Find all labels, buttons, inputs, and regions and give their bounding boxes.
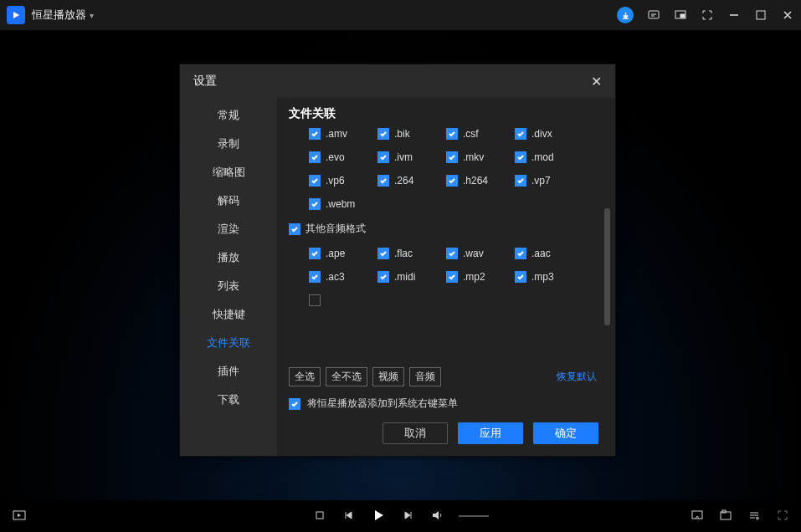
ext-label: .bik [394,128,410,140]
ext-label: .mkv [463,151,484,163]
ok-button[interactable]: 确定 [533,422,598,444]
dialog-body: 常规 录制 缩略图 解码 渲染 播放 列表 快捷键 文件关联 插件 下载 文件关… [180,98,615,456]
checkbox[interactable] [446,271,458,283]
titlebar: 恒星播放器 ▾ [0,0,801,30]
open-file-icon[interactable] [12,508,27,525]
snapshot-icon[interactable] [719,509,732,524]
sidebar-item-thumbnail[interactable]: 缩略图 [180,158,277,187]
pane-title: 文件关联 [277,98,615,128]
assoc-row [289,294,598,306]
feedback-icon[interactable] [647,8,660,22]
checkbox[interactable] [289,398,300,410]
scrollbar-track[interactable] [603,128,610,327]
close-icon[interactable] [781,8,794,22]
checkbox[interactable] [515,128,526,140]
cast-icon[interactable] [691,509,704,524]
ext-label: .h264 [463,175,488,187]
checkbox[interactable] [289,223,300,235]
checkbox[interactable] [309,248,321,259]
filter-audio-button[interactable]: 音频 [409,367,441,386]
svg-rect-5 [316,512,323,519]
ext-label: .vp6 [326,175,345,187]
dialog-close-icon[interactable]: ✕ [591,74,602,90]
playlist-icon[interactable] [747,509,761,524]
assoc-scroll: .amv .bik .csf .divx .evo .ivm .mkv .mod… [289,128,610,362]
sidebar-item-plugin[interactable]: 插件 [180,357,277,386]
fullscreen-icon[interactable] [776,509,789,524]
apply-button[interactable]: 应用 [458,422,523,444]
context-menu-row: 将恒星播放器添加到系统右键菜单 [277,396,615,422]
checkbox[interactable] [309,175,321,187]
checkbox[interactable] [309,271,321,283]
assoc-row: .webm [289,198,598,210]
compact-icon[interactable] [701,8,714,22]
ext-label: .evo [326,151,345,163]
pip-icon[interactable] [674,8,687,22]
stop-icon[interactable] [313,509,326,524]
context-menu-label: 将恒星播放器添加到系统右键菜单 [307,396,458,411]
checkbox[interactable] [309,198,321,210]
sidebar-item-shortcut[interactable]: 快捷键 [180,300,277,329]
filter-video-button[interactable]: 视频 [372,367,404,386]
sidebar-item-playback[interactable]: 播放 [180,243,277,272]
assoc-row: .ac3 .midi .mp2 .mp3 [289,271,598,283]
checkbox[interactable] [309,294,321,306]
checkbox[interactable] [377,175,389,187]
sidebar-item-render[interactable]: 渲染 [180,215,277,243]
settings-dialog: 设置 ✕ 常规 录制 缩略图 解码 渲染 播放 列表 快捷键 文件关联 插件 下… [179,64,616,457]
sidebar-item-list[interactable]: 列表 [180,272,277,300]
checkbox[interactable] [446,248,458,259]
settings-pane: 文件关联 .amv .bik .csf .divx .evo .ivm .mkv… [277,98,615,456]
download-icon [621,11,630,20]
assoc-row: .vp6 .264 .h264 .vp7 [289,175,598,187]
ext-label: .ape [326,248,345,259]
checkbox[interactable] [377,128,389,140]
sidebar-item-record[interactable]: 录制 [180,130,277,158]
checkbox[interactable] [515,248,526,259]
filter-all-button[interactable]: 全选 [289,367,321,386]
checkbox[interactable] [377,248,389,259]
maximize-icon[interactable] [754,8,768,22]
volume-icon[interactable] [430,509,444,524]
ext-label: .mod [531,151,554,163]
checkbox[interactable] [446,151,458,163]
prev-icon[interactable] [341,509,355,524]
volume-slider[interactable] [459,515,489,517]
scrollbar-thumb[interactable] [604,208,610,325]
checkbox[interactable] [446,175,458,187]
filter-none-button[interactable]: 全不选 [326,367,367,386]
ext-label: .csf [463,128,479,140]
assoc-row: .ape .flac .wav .aac [289,248,598,259]
cancel-button[interactable]: 取消 [383,422,448,444]
checkbox[interactable] [377,151,389,163]
app-menu-chevron-icon[interactable]: ▾ [90,11,94,20]
ext-label: .vp7 [531,175,551,187]
ext-label: .wav [463,248,484,259]
checkbox[interactable] [377,271,389,283]
sidebar-item-general[interactable]: 常规 [180,101,277,130]
checkbox[interactable] [309,151,321,163]
restore-default-link[interactable]: 恢复默认 [557,370,597,384]
sidebar-item-download[interactable]: 下载 [180,386,277,414]
settings-sidebar: 常规 录制 缩略图 解码 渲染 播放 列表 快捷键 文件关联 插件 下载 [180,98,277,456]
ext-label: .ivm [394,151,413,163]
app-logo [7,6,25,24]
sidebar-item-file-assoc[interactable]: 文件关联 [180,329,277,357]
download-badge[interactable] [617,7,634,23]
checkbox[interactable] [515,175,526,187]
assoc-row: .amv .bik .csf .divx [289,128,598,140]
svg-rect-3 [757,11,765,19]
ext-label: .ac3 [326,271,345,283]
next-icon[interactable] [402,509,415,524]
dialog-title: 设置 [193,74,217,89]
sidebar-item-decode[interactable]: 解码 [180,187,277,215]
svg-rect-2 [680,14,685,18]
filter-row: 全选 全不选 视频 音频 恢复默认 [277,362,615,396]
play-icon[interactable] [370,507,387,526]
checkbox[interactable] [515,151,526,163]
checkbox[interactable] [515,271,526,283]
minimize-icon[interactable] [727,8,741,22]
checkbox[interactable] [309,128,321,140]
assoc-group-audio: 其他音频格式 [289,222,598,236]
checkbox[interactable] [446,128,458,140]
